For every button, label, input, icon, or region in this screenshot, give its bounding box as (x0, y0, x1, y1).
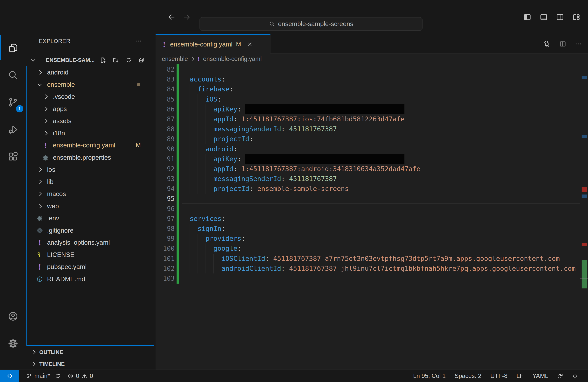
remote-icon (6, 372, 13, 380)
editor-more-actions-button[interactable] (575, 41, 582, 47)
tree-item[interactable]: android (27, 66, 154, 79)
code-line[interactable]: 101 iOSClientId: 451181767387-a7rn75ot3n… (156, 254, 588, 264)
activity-source-control-button[interactable]: 1 (0, 89, 26, 116)
breadcrumb-folder[interactable]: ensemble (162, 55, 188, 63)
code-line[interactable]: 83accounts: (156, 74, 588, 84)
activity-bar: 1 (0, 34, 26, 370)
collapse-all-button[interactable] (138, 57, 145, 64)
tree-item[interactable]: .gitignore (27, 224, 154, 237)
tree-item[interactable]: web (27, 200, 154, 212)
accounts-button[interactable] (0, 303, 26, 330)
bell-icon[interactable] (572, 373, 578, 379)
tree-item[interactable]: .env (27, 212, 154, 224)
breadcrumb[interactable]: ensemble ! ensemble-config.yaml (156, 53, 588, 64)
language-mode-item[interactable]: YAML (532, 372, 548, 380)
feedback-icon[interactable] (557, 373, 563, 379)
code-line[interactable]: 85 iOS: (156, 94, 588, 104)
open-changes-button[interactable] (543, 41, 550, 47)
tree-item-label: ensemble-config.yaml (53, 142, 115, 149)
code-line[interactable]: 87 appId: 1:451181767387:ios:74fb681bd58… (156, 114, 588, 124)
toggle-panel-button[interactable] (540, 13, 547, 21)
code-line[interactable]: 103 (156, 274, 588, 283)
activity-extensions-button[interactable] (0, 143, 26, 170)
tree-item[interactable]: assets (27, 115, 154, 127)
code-line[interactable]: 94 projectId: ensemble-sample-screens (156, 184, 588, 194)
new-file-button[interactable] (100, 57, 106, 64)
tree-item[interactable]: ensemble.properties (27, 151, 154, 164)
sync-icon (55, 373, 61, 379)
tree-item-label: assets (53, 117, 71, 125)
tree-item[interactable]: README.md (27, 273, 154, 285)
tree-item[interactable]: lib (27, 176, 154, 188)
overview-ruler[interactable] (580, 64, 588, 370)
code-line[interactable]: 90 android: (156, 144, 588, 154)
breadcrumb-file[interactable]: ensemble-config.yaml (203, 55, 262, 63)
tree-item[interactable]: macos (27, 188, 154, 200)
code-editor[interactable]: 8283accounts:84 firebase:85 iOS:86 apiKe… (156, 64, 588, 370)
problems-status-item[interactable]: 0 0 (68, 372, 93, 380)
tree-item[interactable]: .vscode (27, 91, 154, 103)
code-line[interactable]: 102 androidClientId: 451181767387-jhl9in… (156, 264, 588, 274)
refresh-button[interactable] (125, 57, 132, 64)
tab-ensemble-config[interactable]: ! ensemble-config.yaml M (156, 34, 271, 53)
code-line[interactable]: 100 google: (156, 244, 588, 254)
chevron-right-icon (43, 95, 48, 99)
split-editor-button[interactable] (559, 41, 566, 47)
encoding-item[interactable]: UTF-8 (490, 372, 507, 380)
extensions-icon (8, 151, 18, 162)
tree-item[interactable]: ensemble (27, 79, 154, 91)
collapse-all-icon (138, 57, 145, 63)
search-icon (8, 70, 18, 80)
yaml-file-icon: ! (197, 55, 200, 63)
chevron-down-icon[interactable] (31, 57, 35, 62)
line-number: 89 (156, 134, 175, 144)
settings-button[interactable] (0, 330, 26, 357)
code-line[interactable]: 89 projectId: (156, 134, 588, 144)
navigate-back-button[interactable] (167, 13, 176, 21)
new-folder-button[interactable] (112, 57, 119, 64)
branch-status-item[interactable]: main* (26, 372, 61, 380)
cursor-position-item[interactable]: Ln 95, Col 1 (413, 372, 446, 380)
tree-item[interactable]: ios (27, 164, 154, 176)
code-line[interactable]: 96 (156, 204, 588, 214)
search-icon (269, 21, 275, 27)
activity-explorer-button[interactable] (0, 34, 26, 62)
code-line[interactable]: 99 providers: (156, 233, 588, 244)
code-line[interactable]: 98 signIn: (156, 224, 588, 233)
code-line[interactable]: 91 apiKey: (156, 154, 588, 164)
activity-search-button[interactable] (0, 62, 26, 89)
tab-close-button[interactable] (247, 41, 253, 48)
toggle-primary-sidebar-button[interactable] (524, 13, 531, 21)
eol-item[interactable]: LF (516, 372, 524, 380)
toggle-secondary-sidebar-button[interactable] (556, 13, 564, 21)
tree-item-label: .env (47, 214, 59, 222)
tree-item[interactable]: LICENSE (27, 249, 154, 261)
tree-item[interactable]: i18n (27, 127, 154, 139)
tree-item[interactable]: !analysis_options.yaml (27, 236, 154, 249)
close-icon (247, 41, 253, 47)
remote-indicator[interactable] (0, 370, 19, 382)
ruler-mark-green (582, 260, 587, 288)
code-line[interactable]: 97services: (156, 214, 588, 224)
customize-layout-button[interactable] (572, 13, 580, 21)
tree-item[interactable]: !ensemble-config.yamlM (27, 139, 154, 151)
code-line[interactable]: 84 firebase: (156, 84, 588, 94)
code-line[interactable]: 86 apiKey: (156, 104, 588, 114)
code-line[interactable]: 93 messagingSenderId: 451181767387 (156, 174, 588, 184)
code-line[interactable]: 82 (156, 64, 588, 74)
line-number: 91 (156, 154, 175, 164)
code-line[interactable]: 92 appId: 1:451181767387:android:3418310… (156, 164, 588, 174)
tree-item[interactable]: apps (27, 103, 154, 115)
command-center-search[interactable]: ensemble-sample-screens (200, 17, 422, 31)
timeline-section-header[interactable]: TIMELINE (26, 358, 156, 370)
workspace-section-title[interactable]: ENSEMBLE-SAM... (46, 57, 94, 63)
outline-section-header[interactable]: OUTLINE (26, 346, 156, 358)
code-line[interactable]: 95 (156, 194, 588, 204)
line-number: 84 (156, 84, 175, 94)
indentation-item[interactable]: Spaces: 2 (455, 372, 482, 380)
explorer-more-actions-button[interactable] (135, 38, 143, 44)
navigate-forward-button[interactable] (182, 13, 191, 21)
activity-run-debug-button[interactable] (0, 116, 26, 143)
tree-item[interactable]: !pubspec.yaml (27, 261, 154, 273)
code-line[interactable]: 88 messagingSenderId: 451181767387 (156, 124, 588, 134)
